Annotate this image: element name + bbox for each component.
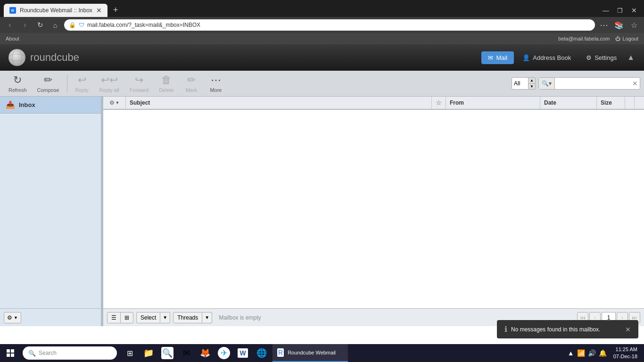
refresh-button[interactable]: ↻ Refresh <box>4 72 32 95</box>
select-arrow-button[interactable]: ▼ <box>160 312 170 323</box>
list-view-compact-button[interactable]: ⊞ <box>121 312 133 323</box>
msg-list-header: ⚙ ▼ Subject ☆ From Date Size <box>103 97 644 110</box>
threads-btn-group: Threads ▼ <box>173 312 212 323</box>
star-bookmark-icon[interactable]: ☆ <box>628 19 640 31</box>
forward-button[interactable]: ↪ Forward <box>125 72 153 95</box>
delete-button[interactable]: 🗑 Delete <box>154 72 179 95</box>
mark-label: Mark <box>186 87 197 93</box>
filter-select[interactable]: All <box>512 77 528 90</box>
compose-button[interactable]: ✏ Compose <box>33 72 64 95</box>
sidebar-gear-arrow: ▼ <box>14 315 18 320</box>
taskbar-app-mail[interactable]: ✉ <box>177 344 195 362</box>
logout-icon: ⏻ <box>615 36 620 41</box>
tab-close-icon[interactable]: ✕ <box>96 7 102 14</box>
rc-nav: ✉ Mail 👤 Address Book ⚙ Settings ▲ <box>481 51 636 64</box>
search-input[interactable] <box>555 80 630 87</box>
select-btn-group: Select ▼ <box>136 312 170 323</box>
minimize-button[interactable]: — <box>600 6 612 15</box>
home-button[interactable]: ⌂ <box>49 19 61 31</box>
toast-close-button[interactable]: ✕ <box>625 326 631 333</box>
settings-arrow-icon: ▼ <box>116 100 120 105</box>
volume-icon[interactable]: 🔊 <box>588 349 596 357</box>
list-view-button[interactable]: ☰ <box>107 312 121 323</box>
col-star: ☆ <box>432 97 446 109</box>
col-date[interactable]: Date <box>540 97 597 109</box>
list-view-btn-group: ☰ ⊞ <box>107 312 133 323</box>
col-flag <box>625 97 635 109</box>
browser-tab-active[interactable]: R Roundcube Webmail :: Inbox ✕ <box>4 4 107 17</box>
more-options-button[interactable]: ⋯ <box>598 19 610 31</box>
col-subject[interactable]: Subject <box>126 97 432 109</box>
compose-label: Compose <box>37 87 59 93</box>
forward-icon: ↪ <box>135 74 143 86</box>
search-dropdown-btn[interactable]: 🔍▾ <box>539 78 555 89</box>
forward-button[interactable]: › <box>19 19 31 31</box>
reply-label: Reply <box>75 87 89 93</box>
about-link[interactable]: About <box>6 36 19 41</box>
threads-label: Threads <box>177 314 198 321</box>
address-bar[interactable]: 🔒 🛡 mail.fabela.com/?_task=mail&_mbox=IN… <box>64 19 595 31</box>
rc-logo-text: roundcube <box>30 51 79 64</box>
reply-button[interactable]: ↩ Reply <box>70 72 94 95</box>
taskbar-app-label: Roundcube Webmail <box>288 350 336 355</box>
bookmarks-icon[interactable]: 📚 <box>613 19 625 31</box>
search-clear-button[interactable]: ✕ <box>630 80 640 87</box>
gear-icon: ⚙ <box>7 314 12 321</box>
toast-notification: ℹ No messages found in this mailbox. ✕ <box>497 320 638 338</box>
more-button[interactable]: ⋯ More <box>204 72 228 95</box>
toast-message: No messages found in this mailbox. <box>511 326 600 333</box>
task-view-button[interactable]: ⊞ <box>121 344 139 362</box>
start-button[interactable] <box>0 344 21 362</box>
filter-arrow-down[interactable]: ▼ <box>528 83 536 90</box>
user-info: bela@mail.fabela.com ⏻ Logout <box>558 36 638 41</box>
delete-label: Delete <box>159 87 174 93</box>
header-expand-button[interactable]: ▲ <box>625 53 636 62</box>
mark-button[interactable]: ✏ Mark <box>180 72 203 95</box>
refresh-label: Refresh <box>8 87 27 93</box>
browser-tabs-bar: R Roundcube Webmail :: Inbox ✕ + — ❐ ✕ <box>0 0 644 17</box>
reply-all-button[interactable]: ↩↩ Reply all <box>95 72 124 95</box>
new-tab-button[interactable]: + <box>109 3 122 17</box>
restore-button[interactable]: ❐ <box>614 6 626 15</box>
nav-mail-button[interactable]: ✉ Mail <box>481 51 514 64</box>
col-subject-label: Subject <box>130 99 150 106</box>
sidebar-inbox-item[interactable]: 📥 Inbox <box>0 97 101 114</box>
network-icon[interactable]: ▲ <box>568 349 574 357</box>
select-button[interactable]: Select <box>136 312 160 323</box>
taskbar-app-telegram[interactable]: ✈ <box>215 344 233 362</box>
taskbar-app-firefox[interactable]: 🦊 <box>196 344 214 362</box>
taskbar-app-search[interactable]: 🔍 <box>158 344 176 362</box>
more-label: More <box>210 87 222 93</box>
threads-arrow-button[interactable]: ▼ <box>202 312 212 323</box>
col-settings-button[interactable]: ⚙ ▼ <box>107 99 122 107</box>
wifi-icon[interactable]: 📶 <box>577 349 585 357</box>
threads-button[interactable]: Threads <box>173 312 202 323</box>
nav-address-book-button[interactable]: 👤 Address Book <box>516 51 578 64</box>
col-size-label: Size <box>601 99 612 106</box>
sidebar-bottom: ⚙ ▼ <box>0 308 101 326</box>
sys-tray-icons: ▲ 📶 🔊 🔔 <box>568 349 607 357</box>
back-button[interactable]: ‹ <box>4 19 16 31</box>
close-button[interactable]: ✕ <box>628 6 640 15</box>
word-icon: W <box>238 348 248 358</box>
logout-button[interactable]: ⏻ Logout <box>615 36 638 41</box>
search-app-icon: 🔍 <box>161 347 173 359</box>
taskbar-search-box[interactable]: 🔍 Search <box>23 346 117 360</box>
nav-settings-button[interactable]: ⚙ Settings <box>579 51 623 64</box>
col-date-label: Date <box>544 99 556 106</box>
taskbar-app-word[interactable]: W <box>234 344 252 362</box>
taskbar-active-app[interactable]: R Roundcube Webmail <box>272 344 348 362</box>
security-icon: 🔒 <box>69 22 76 28</box>
col-size[interactable]: Size <box>597 97 625 109</box>
reload-button[interactable]: ↻ <box>34 19 46 31</box>
col-from[interactable]: From <box>446 97 540 109</box>
windows-icon <box>7 349 14 357</box>
taskbar-app-explorer[interactable]: 📁 <box>140 344 157 362</box>
sidebar-gear-button[interactable]: ⚙ ▼ <box>4 312 21 323</box>
taskbar-clock[interactable]: 11:25 AM 07-Dec-18 <box>611 346 640 361</box>
taskbar-app-ie[interactable]: 🌐 <box>253 344 271 362</box>
browser-toolbar: ‹ › ↻ ⌂ 🔒 🛡 mail.fabela.com/?_task=mail&… <box>0 17 644 33</box>
filter-arrow-up[interactable]: ▲ <box>528 77 536 83</box>
notification-icon[interactable]: 🔔 <box>599 349 607 357</box>
rc-toolbar: ↻ Refresh ✏ Compose ↩ Reply ↩↩ Reply all… <box>0 71 644 97</box>
